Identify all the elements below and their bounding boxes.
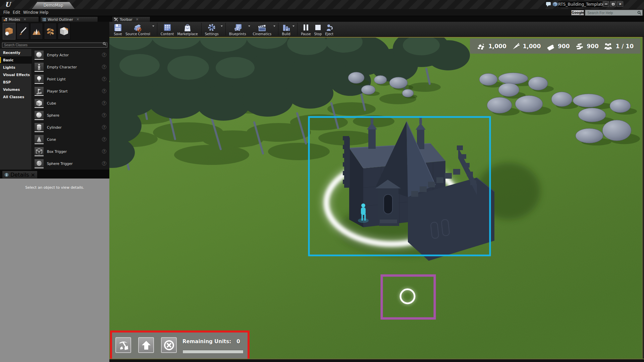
list-item-empty-character[interactable]: Empty Character ? [32, 61, 109, 73]
resource-stone: 900 [575, 43, 599, 50]
menu-file[interactable]: File [1, 9, 12, 16]
placeable-item-list: Empty Actor ? Empty Character ? Point Li… [32, 49, 109, 170]
maximize-button[interactable] [610, 1, 616, 7]
close-icon[interactable]: × [31, 172, 35, 178]
pickaxe-icon [118, 340, 129, 351]
help-icon[interactable]: ? [102, 149, 106, 154]
population-value: 1 / 10 [615, 43, 634, 50]
help-icon[interactable]: ? [102, 53, 106, 57]
resource-hud: 1,000 1,000 900 [470, 39, 640, 54]
tab-details[interactable]: Details × [2, 171, 38, 178]
search-classes-input[interactable] [2, 43, 107, 48]
list-item-sphere[interactable]: Sphere ? [32, 109, 109, 121]
menu-edit[interactable]: Edit [11, 9, 22, 16]
help-icon[interactable]: ? [102, 125, 106, 129]
button-label: Source Control [125, 32, 150, 36]
geometry-mode-button[interactable] [58, 23, 70, 40]
marketplace-button[interactable]: Marketplace [175, 22, 199, 37]
help-search-input[interactable] [585, 10, 643, 16]
list-item-cone[interactable]: Cone ? [32, 133, 109, 145]
pause-button[interactable]: Pause [299, 22, 312, 37]
content-button[interactable]: Content [159, 22, 176, 37]
tab-world-outliner[interactable]: World Outliner × [40, 16, 98, 22]
help-icon[interactable]: ? [102, 89, 106, 93]
cylinder-thumb-icon [35, 123, 44, 132]
dropdown-caret-icon[interactable] [248, 25, 250, 27]
list-item-empty-actor[interactable]: Empty Actor ? [32, 49, 109, 61]
list-item-point-light[interactable]: Point Light ? [32, 73, 109, 85]
tab-modes[interactable]: Modes × [1, 16, 39, 22]
save-button[interactable]: Save [112, 22, 124, 37]
cone-thumb-icon [35, 135, 44, 144]
outliner-icon [42, 17, 46, 21]
settings-button[interactable]: Settings [203, 22, 220, 37]
paint-mode-button[interactable] [16, 23, 29, 40]
food-value: 1,000 [523, 43, 541, 50]
item-label: Cylinder [47, 125, 61, 129]
remaining-units-value: 0 [236, 339, 240, 345]
landscape-mode-button[interactable] [30, 23, 43, 40]
minimize-button[interactable] [603, 1, 609, 7]
paint-mode-icon [18, 26, 28, 36]
menu-help[interactable]: Help [38, 9, 50, 16]
dropdown-caret-icon[interactable] [221, 25, 223, 27]
game-viewport[interactable]: 1,000 1,000 900 [109, 37, 644, 362]
help-icon[interactable]: ? [102, 65, 106, 69]
resource-food: 1,000 [512, 42, 541, 50]
content-browser-icon [163, 23, 171, 32]
category-bsp[interactable]: BSP [0, 78, 32, 86]
wrench-icon [114, 17, 118, 21]
cinematics-button[interactable]: Cinematics [251, 22, 273, 37]
feedback-bubble-icon[interactable] [546, 2, 551, 7]
gather-command-button[interactable] [115, 337, 131, 353]
list-item-player-start[interactable]: Player Start ? [32, 85, 109, 97]
blueprints-button[interactable]: Blueprints [227, 22, 248, 37]
category-volumes[interactable]: Volumes [0, 86, 32, 93]
category-visual-effects[interactable]: Visual Effects [0, 71, 32, 78]
item-label: Sphere [47, 113, 59, 117]
dropdown-caret-icon[interactable] [152, 25, 154, 27]
help-icon[interactable]: ? [102, 161, 106, 166]
help-icon[interactable]: ? [102, 113, 106, 117]
help-icon[interactable]: ? [102, 137, 106, 141]
item-label: Cube [47, 101, 56, 105]
item-label: Player Start [47, 89, 68, 93]
category-recently-placed[interactable]: Recently Placed [0, 49, 32, 56]
close-button[interactable]: ✕ [617, 1, 623, 7]
list-item-sphere-trigger[interactable]: Sphere Trigger ? [32, 158, 109, 170]
help-icon[interactable]: ? [102, 77, 106, 81]
toolbar-separator [225, 23, 226, 36]
tab-toolbar[interactable]: Toolbar × [112, 16, 150, 22]
dropdown-caret-icon[interactable] [292, 25, 294, 27]
close-icon[interactable]: × [136, 17, 139, 21]
map-document-tab[interactable]: DemoMap [32, 2, 75, 9]
sphere-thumb-icon [35, 111, 44, 120]
close-icon[interactable]: × [76, 17, 79, 21]
place-mode-button[interactable] [3, 23, 15, 40]
ore-value: 1,000 [488, 43, 506, 50]
cancel-command-button[interactable] [161, 337, 177, 353]
stop-button[interactable]: Stop [313, 22, 324, 37]
dropdown-caret-icon[interactable] [273, 25, 275, 27]
item-label: Empty Actor [47, 53, 69, 57]
blueprints-icon [233, 23, 242, 32]
source-control-button[interactable]: Source Control [124, 22, 152, 37]
foliage-mode-button[interactable] [44, 23, 57, 40]
help-icon[interactable]: ? [102, 101, 106, 105]
list-item-box-trigger[interactable]: Box Trigger ? [32, 145, 109, 158]
eject-button[interactable]: Eject [323, 22, 335, 37]
category-all-classes[interactable]: All Classes [0, 93, 32, 101]
list-item-cube[interactable]: Cube ? [32, 97, 109, 109]
carrot-icon [512, 42, 520, 50]
command-panel: Remaining Units: 0 [110, 330, 250, 362]
category-lights[interactable]: Lights [0, 64, 32, 71]
marketplace-cube-icon[interactable] [552, 2, 558, 7]
build-button[interactable]: Build [280, 22, 292, 37]
upgrade-command-button[interactable] [138, 337, 154, 353]
build-icon [282, 23, 290, 32]
category-basic[interactable]: Basic [0, 56, 32, 64]
details-empty-message: Select an object to view details. [0, 179, 109, 190]
close-icon[interactable]: × [23, 17, 26, 21]
help-search-engine-button[interactable]: Google [571, 10, 584, 15]
list-item-cylinder[interactable]: Cylinder ? [32, 121, 109, 133]
